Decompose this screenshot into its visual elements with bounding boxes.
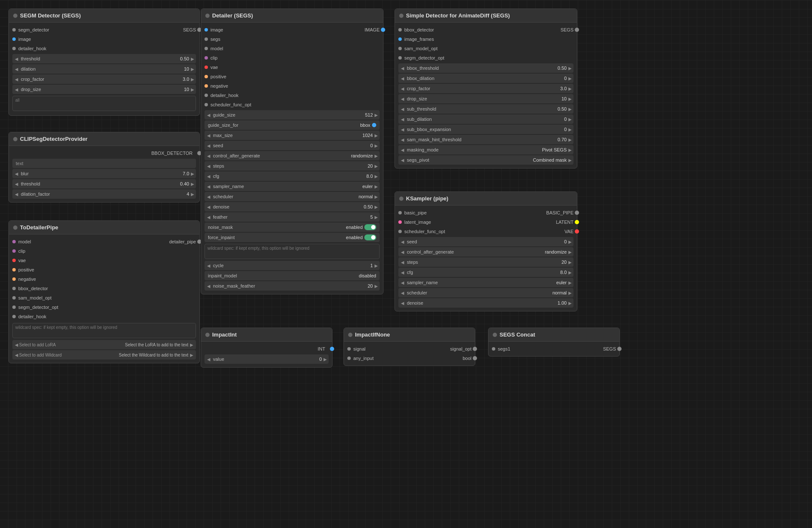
sd-drop-size-left[interactable]: ◀: [400, 97, 405, 101]
det-seed-slider[interactable]: ◀ seed 0 ▶: [204, 141, 380, 150]
ks-denoise-right[interactable]: ▶: [568, 301, 572, 305]
sd-bbox-threshold-right[interactable]: ▶: [568, 66, 572, 71]
sd-drop-size-slider[interactable]: ◀ drop_size 10 ▶: [398, 94, 574, 103]
clipseg-dilation-right[interactable]: ▶: [191, 192, 194, 197]
clipseg-text-input[interactable]: text: [12, 159, 196, 168]
det-sampler-right[interactable]: ▶: [375, 184, 378, 189]
det-seed-right[interactable]: ▶: [375, 143, 378, 148]
det-cag-right[interactable]: ▶: [375, 154, 378, 158]
tdp-lora-button[interactable]: ◀ Select to add LoRA Select the LoRA to …: [12, 340, 196, 349]
det-inpaint-model-row[interactable]: inpaint_model disabled: [204, 271, 380, 280]
clipseg-blur-right[interactable]: ▶: [191, 171, 194, 176]
sd-masking-mode-slider[interactable]: ◀ masking_mode Pivot SEGS ▶: [398, 145, 574, 154]
det-cfg-slider[interactable]: ◀ cfg 8.0 ▶: [204, 171, 380, 181]
det-max-size-slider[interactable]: ◀ max_size 1024 ▶: [204, 131, 380, 140]
sd-crop-factor-left[interactable]: ◀: [400, 86, 405, 91]
det-nmf-right[interactable]: ▶: [375, 284, 378, 288]
segm-crop-left-arrow[interactable]: ◀: [14, 77, 19, 82]
det-force-inpaint-toggle[interactable]: force_inpaint enabled: [204, 233, 380, 242]
ks-denoise-left[interactable]: ◀: [400, 301, 405, 305]
ks-seed-slider[interactable]: ◀ seed 0 ▶: [398, 237, 574, 246]
segm-drop-right-arrow[interactable]: ▶: [191, 87, 194, 92]
det-noise-mask-toggle[interactable]: noise_mask enabled: [204, 223, 380, 232]
sd-bbox-dilation-left[interactable]: ◀: [400, 76, 405, 81]
det-force-inpaint-pill[interactable]: [364, 234, 376, 240]
det-sampler-left[interactable]: ◀: [206, 184, 211, 189]
segm-drop-slider[interactable]: ◀ drop_size 10 ▶: [12, 85, 196, 94]
sd-bbox-dilation-right[interactable]: ▶: [568, 76, 572, 81]
clipseg-dilation-slider[interactable]: ◀ dilation_factor 4 ▶: [12, 189, 196, 199]
tdp-wildcard-arrow-left[interactable]: ◀: [14, 353, 19, 357]
sd-crop-factor-right[interactable]: ▶: [568, 86, 572, 91]
det-steps-left[interactable]: ◀: [206, 164, 211, 168]
ks-sampler-left[interactable]: ◀: [400, 280, 405, 285]
det-feather-left[interactable]: ◀: [206, 215, 211, 220]
det-denoise-left[interactable]: ◀: [206, 205, 211, 209]
sd-sub-bbox-expansion-left[interactable]: ◀: [400, 127, 405, 132]
segm-crop-slider[interactable]: ◀ crop_factor 3.0 ▶: [12, 74, 196, 84]
sd-segs-pivot-right[interactable]: ▶: [568, 158, 572, 163]
sd-masking-mode-right[interactable]: ▶: [568, 148, 572, 152]
sd-segs-pivot-slider[interactable]: ◀ segs_pivot Combined mask ▶: [398, 155, 574, 165]
segm-dilation-right-arrow[interactable]: ▶: [191, 67, 194, 71]
det-max-size-right[interactable]: ▶: [375, 133, 378, 138]
sd-bbox-threshold-slider[interactable]: ◀ bbox_threshold 0.50 ▶: [398, 63, 574, 73]
det-feather-slider[interactable]: ◀ feather 5 ▶: [204, 212, 380, 222]
ks-sampler-slider[interactable]: ◀ sampler_name euler ▶: [398, 278, 574, 287]
segm-threshold-slider[interactable]: ◀ threshold 0.50 ▶: [12, 54, 196, 63]
sd-sub-bbox-expansion-right[interactable]: ▶: [568, 127, 572, 132]
sd-crop-factor-slider[interactable]: ◀ crop_factor 3.0 ▶: [398, 84, 574, 93]
det-max-size-left[interactable]: ◀: [206, 133, 211, 138]
det-cfg-left[interactable]: ◀: [206, 174, 211, 179]
sd-sam-hint-right[interactable]: ▶: [568, 137, 572, 142]
ks-denoise-slider[interactable]: ◀ denoise 1.00 ▶: [398, 298, 574, 308]
ks-cfg-left[interactable]: ◀: [400, 270, 405, 275]
ks-steps-right[interactable]: ▶: [568, 260, 572, 265]
ks-seed-left[interactable]: ◀: [400, 240, 405, 244]
sd-sub-bbox-expansion-slider[interactable]: ◀ sub_bbox_expansion 0 ▶: [398, 125, 574, 134]
ks-steps-slider[interactable]: ◀ steps 20 ▶: [398, 257, 574, 267]
clipseg-threshold-left[interactable]: ◀: [14, 182, 19, 186]
det-nmf-left[interactable]: ◀: [206, 284, 211, 288]
sd-sub-threshold-left[interactable]: ◀: [400, 107, 405, 111]
det-cycle-left[interactable]: ◀: [206, 263, 211, 268]
clipseg-blur-slider[interactable]: ◀ blur 7.0 ▶: [12, 169, 196, 178]
sd-sub-threshold-slider[interactable]: ◀ sub_threshold 0.50 ▶: [398, 104, 574, 114]
ks-cag-left[interactable]: ◀: [400, 250, 405, 254]
det-cag-slider[interactable]: ◀ control_after_generate randomize ▶: [204, 151, 380, 160]
det-feather-right[interactable]: ▶: [375, 215, 378, 220]
det-noise-mask-switch[interactable]: enabled: [346, 224, 376, 230]
ks-cfg-right[interactable]: ▶: [568, 270, 572, 275]
ks-scheduler-slider[interactable]: ◀ scheduler normal ▶: [398, 288, 574, 297]
ks-cfg-slider[interactable]: ◀ cfg 8.0 ▶: [398, 268, 574, 277]
sd-masking-mode-left[interactable]: ◀: [400, 148, 405, 152]
det-cag-left[interactable]: ◀: [206, 154, 211, 158]
sd-sub-threshold-right[interactable]: ▶: [568, 107, 572, 111]
det-seed-left[interactable]: ◀: [206, 143, 211, 148]
ks-cag-right[interactable]: ▶: [568, 250, 572, 254]
det-guide-size-for-row[interactable]: guide_size_for bbox: [204, 120, 380, 130]
clipseg-threshold-right[interactable]: ▶: [191, 182, 194, 186]
tdp-wildcard-arrow-right[interactable]: ▶: [189, 353, 194, 357]
ks-steps-left[interactable]: ◀: [400, 260, 405, 265]
det-denoise-slider[interactable]: ◀ denoise 0.50 ▶: [204, 202, 380, 211]
ks-scheduler-right[interactable]: ▶: [568, 291, 572, 295]
det-guide-size-left[interactable]: ◀: [206, 113, 211, 117]
clipseg-threshold-slider[interactable]: ◀ threshold 0.40 ▶: [12, 179, 196, 188]
sd-sam-hint-slider[interactable]: ◀ sam_mask_hint_threshold 0.70 ▶: [398, 135, 574, 144]
sd-drop-size-right[interactable]: ▶: [568, 97, 572, 101]
sd-sam-hint-left[interactable]: ◀: [400, 137, 405, 142]
det-steps-slider[interactable]: ◀ steps 20 ▶: [204, 161, 380, 171]
sd-bbox-threshold-left[interactable]: ◀: [400, 66, 405, 71]
segm-drop-left-arrow[interactable]: ◀: [14, 87, 19, 92]
clipseg-dilation-left[interactable]: ◀: [14, 192, 19, 197]
segm-threshold-left-arrow[interactable]: ◀: [14, 57, 19, 61]
det-noise-mask-feather-slider[interactable]: ◀ noise_mask_feather 20 ▶: [204, 281, 380, 291]
sd-sub-dilation-slider[interactable]: ◀ sub_dilation 0 ▶: [398, 114, 574, 124]
det-scheduler-slider[interactable]: ◀ scheduler normal ▶: [204, 192, 380, 201]
segm-threshold-right-arrow[interactable]: ▶: [191, 57, 194, 61]
tdp-wildcard-button[interactable]: ◀ Select to add Wildcard Select the Wild…: [12, 350, 196, 360]
tdp-lora-arrow-right[interactable]: ▶: [189, 342, 194, 347]
det-force-inpaint-switch[interactable]: enabled: [346, 234, 376, 240]
det-sampler-slider[interactable]: ◀ sampler_name euler ▶: [204, 182, 380, 191]
